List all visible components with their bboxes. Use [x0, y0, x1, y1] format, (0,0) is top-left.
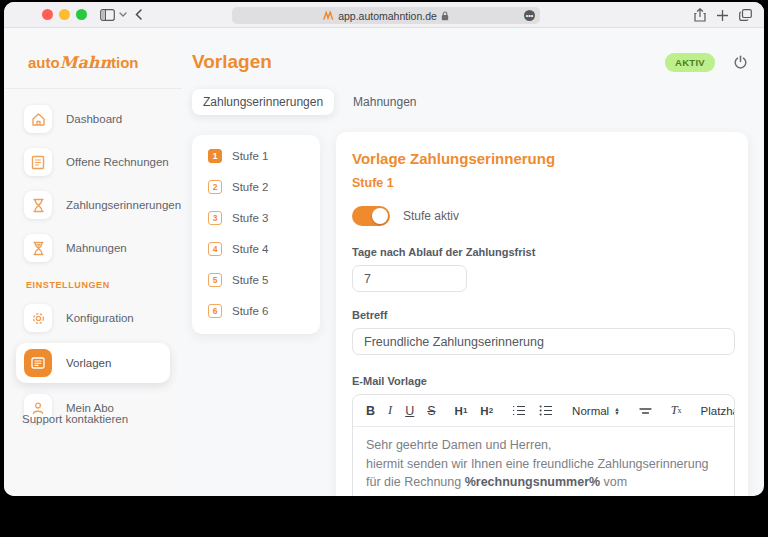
- close-window-button[interactable]: [42, 9, 53, 20]
- browser-sidebar-icon[interactable]: [100, 9, 115, 21]
- italic-button[interactable]: I: [388, 403, 392, 418]
- logo-part-2: Mahn: [60, 53, 111, 72]
- url-text: app.automahntion.de: [338, 10, 437, 22]
- tage-input[interactable]: [352, 265, 467, 292]
- stufe-item-3[interactable]: 3 Stufe 3: [208, 211, 320, 225]
- updown-arrows-icon: ▲▼: [614, 407, 619, 415]
- stufe-label: Stufe 5: [232, 274, 268, 286]
- power-icon[interactable]: [733, 55, 748, 70]
- heading2-button[interactable]: H2: [480, 405, 493, 417]
- ordered-list-icon[interactable]: [512, 405, 526, 416]
- stufe-label: Stufe 1: [232, 150, 268, 162]
- app-logo: autoMahntion: [28, 53, 182, 72]
- hourglass-icon: [24, 191, 52, 219]
- editor-toolbar: B I U S H1 H2 Normal: [353, 395, 734, 427]
- logo-part-1: auto: [28, 54, 60, 71]
- stufe-number-badge: 5: [208, 273, 222, 287]
- template-icon: [24, 349, 52, 377]
- gear-icon: [24, 304, 52, 332]
- sidebar-item-label: Konfiguration: [66, 312, 134, 324]
- email-body-text: vom: [600, 475, 627, 489]
- clear-letter: T: [671, 403, 678, 418]
- placeholder-rechnungsdatum: %rechnungsdatum%: [366, 494, 490, 497]
- browser-actions: [694, 2, 752, 28]
- heading1-letter: H: [455, 405, 463, 417]
- fullscreen-window-button[interactable]: [76, 9, 87, 20]
- home-icon: [24, 105, 52, 133]
- stufe-item-1[interactable]: 1 Stufe 1: [208, 149, 320, 163]
- heading2-sub: 2: [489, 406, 493, 415]
- email-greeting: Sehr geehrte Damen und Herren,: [366, 438, 552, 452]
- stufe-number-badge: 3: [208, 211, 222, 225]
- email-paragraph: Sehr geehrte Damen und Herren, hiermit s…: [366, 436, 721, 496]
- toggle-label: Stufe aktiv: [403, 209, 459, 223]
- panel-subtitle: Stufe 1: [352, 176, 735, 190]
- back-icon[interactable]: [135, 9, 142, 20]
- site-favicon-icon: [323, 11, 334, 20]
- sidebar-item-label: Mahnungen: [66, 242, 127, 254]
- sidebar-item-label: Offene Rechnungen: [66, 156, 169, 168]
- browser-toolbar: app.automahntion.de •••: [4, 2, 764, 28]
- heading1-sub: 1: [463, 406, 467, 415]
- tab-zahlungserinnerungen[interactable]: Zahlungserinnerungen: [192, 89, 334, 115]
- field-label-betreff: Betreff: [352, 309, 735, 321]
- clear-formatting-button[interactable]: Tx: [671, 403, 682, 418]
- bold-button[interactable]: B: [366, 404, 375, 418]
- header-actions: AKTIV: [665, 53, 748, 72]
- share-icon[interactable]: [694, 8, 706, 22]
- app-content: autoMahntion Dashboard Offene Rechnungen: [4, 29, 764, 496]
- sidebar-section-einstellungen: EINSTELLUNGEN: [26, 280, 182, 290]
- heading1-button[interactable]: H1: [455, 405, 468, 417]
- stufe-aktiv-toggle[interactable]: [352, 206, 390, 226]
- stufe-label: Stufe 6: [232, 305, 268, 317]
- sidebar-item-mahnungen[interactable]: Mahnungen: [4, 230, 182, 266]
- stufe-item-4[interactable]: 4 Stufe 4: [208, 242, 320, 256]
- sidebar-item-dashboard[interactable]: Dashboard: [4, 101, 182, 137]
- tab-overview-icon[interactable]: [739, 9, 752, 21]
- sidebar: autoMahntion Dashboard Offene Rechnungen: [4, 29, 182, 496]
- sidebar-item-konfiguration[interactable]: Konfiguration: [4, 300, 182, 336]
- sidebar-item-zahlungserinnerungen[interactable]: Zahlungserinnerungen: [4, 187, 182, 223]
- new-tab-icon[interactable]: [717, 10, 728, 21]
- paragraph-style-select[interactable]: Normal ▲▼: [572, 405, 620, 417]
- email-editor: B I U S H1 H2 Normal: [352, 394, 735, 496]
- sidebar-divider: [4, 88, 182, 89]
- address-bar[interactable]: app.automahntion.de •••: [232, 7, 540, 24]
- field-label-email-vorlage: E-Mail Vorlage: [352, 375, 735, 387]
- stufe-label: Stufe 3: [232, 212, 268, 224]
- stufe-item-5[interactable]: 5 Stufe 5: [208, 273, 320, 287]
- paragraph-style-value: Normal: [572, 405, 609, 417]
- stufe-number-badge: 6: [208, 304, 222, 318]
- address-more-icon[interactable]: •••: [524, 10, 535, 21]
- sidebar-item-vorlagen[interactable]: Vorlagen: [16, 343, 170, 383]
- minimize-window-button[interactable]: [59, 9, 70, 20]
- stufe-number-badge: 2: [208, 180, 222, 194]
- email-body[interactable]: Sehr geehrte Damen und Herren, hiermit s…: [353, 427, 734, 496]
- platzhalter-select[interactable]: Platzhalter ▲▼: [701, 405, 735, 417]
- sidebar-item-label: Dashboard: [66, 113, 122, 125]
- sidebar-item-offene-rechnungen[interactable]: Offene Rechnungen: [4, 144, 182, 180]
- sidebar-item-label: Zahlungserinnerungen: [66, 199, 181, 211]
- stufe-item-6[interactable]: 6 Stufe 6: [208, 304, 320, 318]
- platzhalter-value: Platzhalter: [701, 405, 735, 417]
- stufe-number-badge: 1: [208, 149, 222, 163]
- template-type-tabs: Zahlungserinnerungen Mahnungen: [192, 89, 427, 115]
- betreff-input[interactable]: [352, 328, 735, 355]
- status-badge: AKTIV: [665, 53, 715, 72]
- heading2-letter: H: [480, 405, 488, 417]
- support-link[interactable]: Support kontaktieren: [22, 413, 128, 425]
- logo-part-3: tion: [111, 54, 139, 71]
- align-icon[interactable]: [639, 407, 652, 415]
- clear-sub: x: [678, 406, 682, 415]
- placeholder-rechnungsnummer: %rechnungsnummer%: [465, 475, 600, 489]
- bullet-list-icon[interactable]: [539, 405, 553, 416]
- lock-icon: [441, 11, 449, 21]
- stufe-label: Stufe 2: [232, 181, 268, 193]
- strikethrough-button[interactable]: S: [427, 404, 435, 418]
- invoice-icon: [24, 148, 52, 176]
- underline-button[interactable]: U: [405, 404, 414, 418]
- chevron-down-icon[interactable]: [119, 12, 127, 17]
- stufe-item-2[interactable]: 2 Stufe 2: [208, 180, 320, 194]
- tab-mahnungen[interactable]: Mahnungen: [342, 89, 427, 115]
- toggle-knob: [372, 208, 388, 224]
